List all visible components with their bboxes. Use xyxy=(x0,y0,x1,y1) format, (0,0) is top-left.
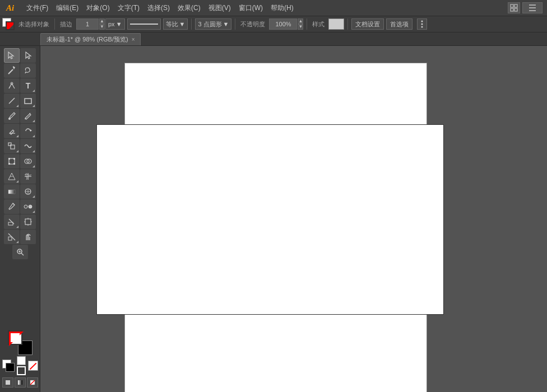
menu-window[interactable]: 窗口(W) xyxy=(235,2,267,15)
hand-tool[interactable] xyxy=(20,230,36,244)
fill-box-icon[interactable] xyxy=(17,356,26,365)
search-icon[interactable] xyxy=(522,2,543,13)
gradient-color-btn[interactable] xyxy=(15,377,26,388)
gradient-tool[interactable] xyxy=(4,184,20,199)
color-row-icons xyxy=(2,356,38,375)
pen-tool[interactable] xyxy=(4,78,20,93)
svg-point-8 xyxy=(421,24,423,25)
sep2 xyxy=(191,18,192,30)
pencil-tool[interactable] xyxy=(20,109,36,123)
mesh-tool[interactable] xyxy=(20,169,36,184)
tool-row-14 xyxy=(12,245,28,259)
stroke-unit-dropdown[interactable]: px ▼ xyxy=(105,18,125,30)
page-bottom xyxy=(124,315,427,392)
rotate-tool[interactable] xyxy=(20,124,36,138)
sep1 xyxy=(54,18,55,30)
artboard[interactable] xyxy=(96,124,444,315)
sep3 xyxy=(235,18,235,30)
style-swatch[interactable] xyxy=(328,18,344,30)
svg-rect-60 xyxy=(18,380,22,385)
tool-row-4 xyxy=(4,94,36,108)
zoom-tool[interactable] xyxy=(12,245,28,259)
opacity-up[interactable]: ▲ xyxy=(298,18,303,24)
none-color-icon[interactable] xyxy=(28,361,38,371)
preferences-btn[interactable]: 首选项 xyxy=(386,18,412,30)
menu-effect[interactable]: 效果(C) xyxy=(174,2,205,15)
svg-rect-3 xyxy=(514,8,517,11)
tool-tri xyxy=(33,120,35,122)
style-label: 样式 xyxy=(310,20,326,29)
svg-line-14 xyxy=(25,72,26,73)
rect-tool[interactable] xyxy=(20,94,36,108)
direct-selection-tool[interactable] xyxy=(20,48,36,63)
stroke-box-icon[interactable] xyxy=(17,366,26,375)
menu-text[interactable]: 文字(T) xyxy=(114,2,143,15)
opacity-spinners: ▲ ▼ xyxy=(298,18,303,30)
no-color-btn[interactable] xyxy=(27,377,38,388)
doc-setup-btn[interactable]: 文档设置 xyxy=(351,18,384,30)
scale-tool[interactable] xyxy=(4,139,20,153)
svg-rect-4 xyxy=(529,4,536,6)
stroke-line-preview[interactable] xyxy=(127,18,161,30)
blend-tool[interactable] xyxy=(20,199,36,214)
artboard-tool[interactable] xyxy=(20,214,36,229)
svg-point-9 xyxy=(421,26,423,28)
tab-close-btn[interactable]: × xyxy=(132,36,135,43)
left-tool-panel: T xyxy=(0,46,40,392)
tab-bar: 未标题-1* @ 98% (RGB/预览) × xyxy=(0,32,547,46)
color-guide-tool[interactable] xyxy=(20,184,36,199)
fill-inner xyxy=(11,333,20,342)
tool-tri xyxy=(16,241,18,243)
solid-color-btn[interactable] xyxy=(2,377,13,388)
stroke-value-input[interactable] xyxy=(76,18,99,30)
svg-rect-30 xyxy=(8,163,10,165)
main-layout: T xyxy=(0,46,547,392)
opacity-value-input[interactable] xyxy=(269,18,297,30)
svg-marker-11 xyxy=(26,52,31,59)
menu-view[interactable]: 视图(V) xyxy=(205,2,235,15)
stroke-unit-label: px xyxy=(108,21,115,27)
canvas-area[interactable] xyxy=(40,46,547,392)
svg-rect-5 xyxy=(529,7,536,8)
free-transform-tool[interactable] xyxy=(4,154,20,169)
foreground-color-swatch[interactable] xyxy=(8,330,22,345)
selection-tool[interactable] xyxy=(4,48,20,63)
magic-wand-tool[interactable] xyxy=(4,63,20,78)
paintbrush-tool[interactable] xyxy=(4,109,20,123)
eraser-tool[interactable] xyxy=(4,124,20,138)
menu-object[interactable]: 对象(O) xyxy=(82,2,113,15)
dot-label: 3 点圆形 xyxy=(198,20,221,29)
menu-select[interactable]: 选择(S) xyxy=(143,2,174,15)
slice-tool[interactable] xyxy=(4,230,20,244)
svg-point-7 xyxy=(421,21,423,22)
ratio-dropdown[interactable]: 等比 ▼ xyxy=(163,18,188,30)
default-colors-icon[interactable] xyxy=(2,360,15,372)
tool-row-13 xyxy=(4,230,36,244)
toolbar-options-icon[interactable] xyxy=(417,18,427,30)
document-tab[interactable]: 未标题-1* @ 98% (RGB/预览) × xyxy=(40,33,141,45)
warp-tool[interactable] xyxy=(20,139,36,153)
menu-file[interactable]: 文件(F) xyxy=(22,2,52,15)
dot-shape-dropdown[interactable]: 3 点圆形 ▼ xyxy=(195,18,231,30)
svg-line-12 xyxy=(8,69,13,74)
fill-indicator[interactable] xyxy=(2,18,15,30)
text-tool[interactable]: T xyxy=(20,78,36,93)
menu-help[interactable]: 帮助(H) xyxy=(267,2,298,15)
tool-tri xyxy=(33,150,35,152)
eyedropper-tool[interactable] xyxy=(4,199,20,214)
live-paint-bucket[interactable] xyxy=(4,214,20,229)
menu-edit[interactable]: 编辑(E) xyxy=(52,2,82,15)
stroke-down[interactable]: ▼ xyxy=(99,24,105,30)
line-segment-tool[interactable] xyxy=(4,94,20,108)
stroke-up[interactable]: ▲ xyxy=(99,18,105,24)
sep5 xyxy=(347,18,348,30)
svg-marker-10 xyxy=(8,52,13,59)
opacity-down[interactable]: ▼ xyxy=(298,24,303,30)
lasso-tool[interactable] xyxy=(20,63,36,78)
tool-row-12 xyxy=(4,214,36,229)
shape-builder-tool[interactable] xyxy=(20,154,36,169)
workspace-icon[interactable] xyxy=(508,2,520,13)
perspective-grid-tool[interactable] xyxy=(4,169,20,184)
tool-tri xyxy=(33,90,35,92)
tool-tri xyxy=(33,135,35,137)
